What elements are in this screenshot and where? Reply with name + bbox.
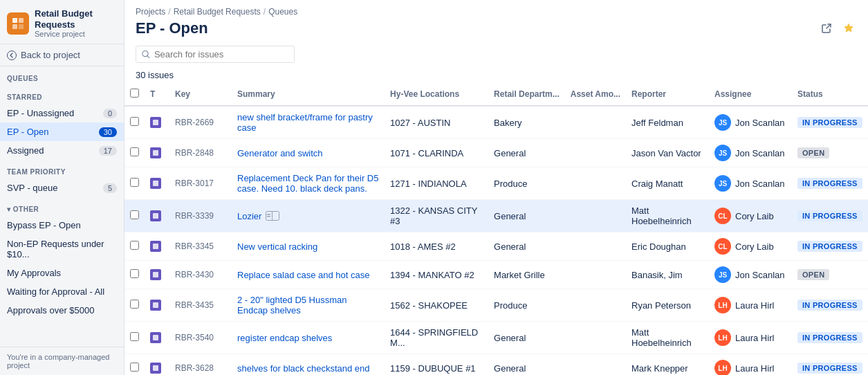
issues-count: 30 issues [124,67,868,83]
issue-link[interactable]: Replacement Deck Pan for their D5 case. … [237,173,378,194]
issue-link[interactable]: new shelf bracket/frame for pastry case [237,112,373,133]
sidebar-item-non-ep[interactable]: Non-EP Requests under $10... [0,235,124,264]
row-key: RBR-3628 [169,354,232,376]
row-summary: Replacement Deck Pan for their D5 case. … [232,167,385,200]
select-all-checkbox[interactable] [130,89,139,98]
page-actions [818,20,857,37]
row-checkbox[interactable] [130,117,139,126]
row-key: RBR-2669 [169,106,232,139]
issue-link[interactable]: register endcap shelves [237,333,332,343]
sidebar-item-ep-open[interactable]: EP - Open 30 [0,122,124,141]
col-header-type: T [145,83,169,106]
issue-link[interactable]: Generator and switch [237,148,323,158]
issue-link[interactable]: shelves for black checkstand end [237,363,370,374]
assignee-avatar: JS [714,266,731,283]
row-checkbox-cell[interactable] [124,139,145,167]
svg-rect-17 [153,335,158,340]
issue-link[interactable]: New vertical racking [237,241,317,252]
search-box[interactable] [136,46,295,63]
row-checkbox[interactable] [130,300,139,309]
row-department: Market Grille [488,261,565,289]
row-assignee: JS Jon Scanlan [709,167,792,200]
col-header-summary[interactable]: Summary [232,83,385,106]
toolbar [124,43,868,67]
row-location: 1271 - INDIANOLA [385,167,488,200]
page-header: EP - Open [124,18,868,43]
row-asset [565,106,626,139]
col-header-reporter[interactable]: Reporter [626,83,709,106]
external-link-button[interactable] [818,20,835,37]
row-checkbox-cell[interactable] [124,106,145,139]
row-location: 1394 - MANKATO #2 [385,261,488,289]
sidebar-item-waiting-approval[interactable]: Waiting for Approval - All [0,282,124,301]
row-asset [565,167,626,200]
breadcrumb-retail-budget[interactable]: Retail Budget Requests [174,7,261,17]
row-checkbox-cell[interactable] [124,261,145,289]
detail-view-icon[interactable] [266,211,279,221]
row-checkbox[interactable] [130,363,139,372]
col-header-key[interactable]: Key [169,83,232,106]
row-key: RBR-3540 [169,322,232,354]
sidebar-item-approvals-over-5000[interactable]: Approvals over $5000 [0,301,124,320]
row-type [145,261,169,289]
issue-type-icon [150,117,161,128]
assignee-avatar: LH [714,329,731,346]
row-status: OPEN [792,261,868,289]
back-to-project[interactable]: Back to project [0,44,124,66]
assignee-avatar: LH [714,297,731,313]
table-row: RBR-2848 Generator and switch 1071 - CLA… [124,139,868,167]
issue-type-icon [150,210,161,221]
assignee-name: Jon Scanlan [735,148,785,158]
star-button[interactable] [840,20,857,37]
row-checkbox[interactable] [130,332,139,341]
row-checkbox-cell[interactable] [124,322,145,354]
status-badge: OPEN [797,269,829,280]
issue-link[interactable]: Replace salad case and hot case [237,270,370,280]
project-name: Retail Budget Requests [35,8,117,30]
select-all-header[interactable] [124,83,145,106]
col-header-assignee[interactable]: Assignee [709,83,792,106]
assignee-avatar: CL [714,208,731,224]
col-header-location[interactable]: Hy-Vee Locations [385,83,488,106]
sidebar-item-ep-unassigned[interactable]: EP - Unassigned 0 [0,104,124,122]
row-checkbox[interactable] [130,269,139,278]
sidebar-item-label: Bypass EP - Open [7,220,81,230]
breadcrumb-queues[interactable]: Queues [268,7,297,17]
row-assignee: LH Laura Hirl [709,289,792,322]
sidebar-item-assigned[interactable]: Assigned 17 [0,141,124,160]
issue-type-icon [150,363,161,374]
sidebar-item-svp-queue[interactable]: SVP - queue 5 [0,179,124,197]
row-reporter: Jeff Feldman [626,106,709,139]
svg-rect-6 [153,120,158,125]
team-priority-label: TEAM PRIORITY [0,160,124,179]
svg-rect-1 [19,18,24,23]
row-checkbox-cell[interactable] [124,167,145,200]
back-label: Back to project [21,50,80,60]
search-input[interactable] [154,49,288,60]
svg-rect-15 [153,272,158,277]
external-link-icon [821,23,832,34]
row-checkbox[interactable] [130,178,139,187]
sidebar-item-bypass-ep-open[interactable]: Bypass EP - Open [0,216,124,235]
row-checkbox[interactable] [130,210,139,219]
row-checkbox-cell[interactable] [124,200,145,232]
row-status: IN PROGRESS [792,200,868,232]
col-header-status[interactable]: Status [792,83,868,106]
status-badge: IN PROGRESS [797,300,862,311]
row-checkbox[interactable] [130,241,139,250]
issue-link[interactable]: 2 - 20" lighted D5 Hussman Endcap shelve… [237,295,347,315]
row-checkbox-cell[interactable] [124,354,145,376]
row-status: IN PROGRESS [792,167,868,200]
assignee-name: Laura Hirl [735,363,774,374]
row-assignee: CL Cory Laib [709,232,792,261]
sidebar-item-my-approvals[interactable]: My Approvals [0,264,124,282]
row-location: 1027 - AUSTIN [385,106,488,139]
row-checkbox-cell[interactable] [124,232,145,261]
col-header-asset[interactable]: Asset Amo... [565,83,626,106]
row-checkbox[interactable] [130,147,139,156]
row-checkbox-cell[interactable] [124,289,145,322]
col-header-dept[interactable]: Retail Departm... [488,83,565,106]
issue-link[interactable]: Lozier [237,211,261,221]
star-icon [843,23,854,34]
breadcrumb-projects[interactable]: Projects [136,7,165,17]
